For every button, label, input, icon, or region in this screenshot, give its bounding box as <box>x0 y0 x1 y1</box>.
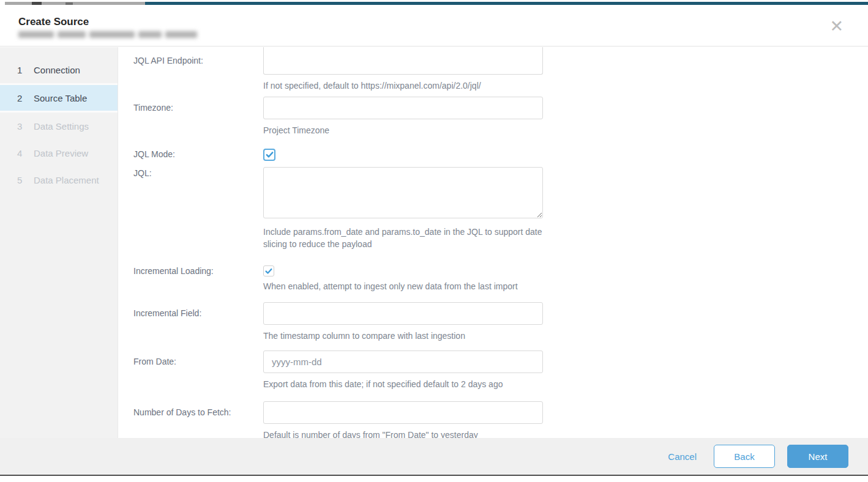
wizard-step-sidebar: 1 Connection 2 Source Table 3 Data Setti… <box>0 47 118 438</box>
field-help: If not specified, default to https://mix… <box>263 80 563 92</box>
cancel-button[interactable]: Cancel <box>668 451 697 462</box>
field-label: Number of Days to Fetch: <box>133 401 263 438</box>
number-of-days-input[interactable] <box>263 401 543 424</box>
field-label: From Date: <box>133 350 263 390</box>
step-data-settings[interactable]: 3 Data Settings <box>0 113 118 139</box>
step-number: 5 <box>17 175 24 185</box>
field-jql-api-endpoint: JQL API Endpoint: If not specified, defa… <box>133 47 868 92</box>
field-from-date: From Date: Export data from this date; i… <box>133 350 868 390</box>
field-help: Export data from this date; if not speci… <box>263 378 563 390</box>
step-number: 2 <box>17 93 24 103</box>
next-button[interactable]: Next <box>787 445 848 468</box>
field-jql: JQL: Include params.from_date and params… <box>133 167 868 251</box>
redacted-subtitle <box>18 31 197 38</box>
step-number: 4 <box>17 148 24 158</box>
window-bottom-edge <box>0 475 868 476</box>
step-label: Data Preview <box>34 148 88 158</box>
checkmark-icon <box>264 267 273 275</box>
incremental-field-input[interactable] <box>263 302 543 325</box>
field-help: The timestamp column to compare with las… <box>263 330 563 342</box>
create-source-modal: Create Source ✕ 1 Connection 2 Source Ta… <box>0 0 868 482</box>
step-number: 1 <box>17 65 24 75</box>
field-incremental-loading: Incremental Loading: When enabled, attem… <box>133 265 868 292</box>
field-label: Incremental Field: <box>133 302 263 342</box>
field-label: Incremental Loading: <box>133 265 263 292</box>
step-connection[interactable]: 1 Connection <box>0 56 118 83</box>
step-number: 3 <box>17 121 24 132</box>
from-date-input[interactable] <box>263 350 543 373</box>
field-label: Timezone: <box>133 97 263 136</box>
field-label: JQL: <box>133 167 263 251</box>
step-source-table[interactable]: 2 Source Table <box>0 83 118 113</box>
jql-mode-checkbox[interactable] <box>263 149 275 161</box>
step-label: Connection <box>34 65 80 75</box>
checkmark-icon <box>265 150 274 159</box>
page-title: Create Source <box>18 16 89 28</box>
modal-body: 1 Connection 2 Source Table 3 Data Setti… <box>0 47 868 438</box>
modal-header: Create Source ✕ <box>0 5 868 46</box>
step-label: Source Table <box>34 93 87 103</box>
field-incremental-field: Incremental Field: The timestamp column … <box>133 302 868 342</box>
close-icon[interactable]: ✕ <box>829 18 844 35</box>
field-label: JQL API Endpoint: <box>133 47 263 92</box>
step-label: Data Settings <box>34 121 89 132</box>
form-panel: JQL API Endpoint: If not specified, defa… <box>119 47 868 438</box>
field-label: JQL Mode: <box>133 149 263 161</box>
field-help: Project Timezone <box>263 124 563 136</box>
incremental-loading-checkbox[interactable] <box>263 265 274 276</box>
back-button[interactable]: Back <box>714 445 775 468</box>
step-data-preview[interactable]: 4 Data Preview <box>0 139 118 166</box>
step-data-placement[interactable]: 5 Data Placement <box>0 166 118 193</box>
field-help: Include params.from_date and params.to_d… <box>263 226 563 251</box>
timezone-input[interactable] <box>263 97 543 119</box>
jql-api-endpoint-input[interactable] <box>263 47 543 75</box>
field-jql-mode: JQL Mode: <box>133 149 868 161</box>
step-label: Data Placement <box>34 175 99 185</box>
field-number-of-days: Number of Days to Fetch: Default is numb… <box>133 401 868 438</box>
field-timezone: Timezone: Project Timezone <box>133 97 868 136</box>
field-help: When enabled, attempt to ingest only new… <box>263 280 563 292</box>
field-help: Default is number of days from "From Dat… <box>263 429 563 438</box>
jql-textarea[interactable] <box>263 167 543 218</box>
modal-footer: Cancel Back Next <box>0 438 868 475</box>
